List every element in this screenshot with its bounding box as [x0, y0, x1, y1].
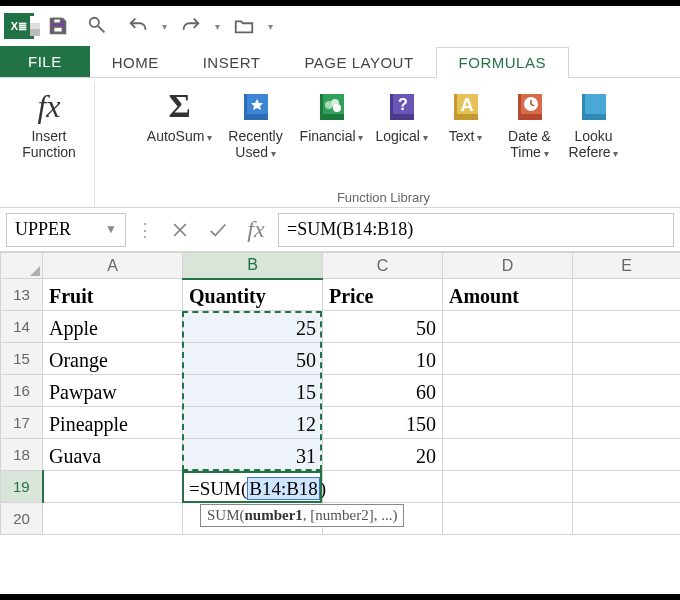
- svg-point-9: [333, 104, 341, 112]
- cell-A18[interactable]: Guava: [43, 439, 183, 471]
- star-book-icon: [236, 86, 276, 126]
- svg-rect-0: [53, 19, 60, 24]
- cell-C18[interactable]: 20: [323, 439, 443, 471]
- insert-function-button[interactable]: fx Insert Function: [12, 84, 86, 162]
- column-headers[interactable]: A B C D E: [1, 253, 681, 279]
- cell-D17[interactable]: [443, 407, 573, 439]
- formulas-tab[interactable]: FORMULAS: [436, 47, 569, 78]
- text-button[interactable]: A Text: [435, 84, 497, 146]
- cell-A13[interactable]: Fruit: [43, 279, 183, 311]
- cell-E14[interactable]: [573, 311, 681, 343]
- recently-used-button[interactable]: Recently Used: [219, 84, 293, 162]
- row-header[interactable]: 20: [1, 503, 43, 535]
- svg-rect-20: [585, 94, 606, 114]
- col-header-B[interactable]: B: [183, 253, 323, 279]
- redo-button[interactable]: [175, 10, 207, 42]
- cell-C19[interactable]: [323, 471, 443, 503]
- svg-text:A: A: [460, 95, 473, 115]
- row-header[interactable]: 17: [1, 407, 43, 439]
- financial-button[interactable]: Financial: [295, 84, 369, 146]
- tooltip-fn: SUM: [207, 507, 240, 523]
- spreadsheet-grid[interactable]: A B C D E 13 Fruit Quantity Price Amount…: [0, 252, 680, 535]
- formula-input[interactable]: [278, 213, 674, 247]
- cell-C15[interactable]: 10: [323, 343, 443, 375]
- cell-C13[interactable]: Price: [323, 279, 443, 311]
- financial-icon: [312, 86, 352, 126]
- text-a-icon: A: [446, 86, 486, 126]
- undo-button[interactable]: [122, 10, 154, 42]
- svg-text:?: ?: [398, 96, 408, 113]
- cell-B13[interactable]: Quantity: [183, 279, 323, 311]
- row-header[interactable]: 13: [1, 279, 43, 311]
- cell-A15[interactable]: Orange: [43, 343, 183, 375]
- sigma-icon: Σ: [160, 86, 200, 126]
- formula-range-ref: B14:B18: [247, 477, 320, 500]
- row-header[interactable]: 15: [1, 343, 43, 375]
- cell-D16[interactable]: [443, 375, 573, 407]
- svg-point-2: [90, 18, 99, 27]
- cell-B14[interactable]: 25: [183, 311, 323, 343]
- row-header[interactable]: 19: [1, 471, 43, 503]
- cell-D20[interactable]: [443, 503, 573, 535]
- cell-D19[interactable]: [443, 471, 573, 503]
- lookup-reference-button[interactable]: Looku Refere: [563, 84, 625, 162]
- cancel-formula-button[interactable]: [164, 214, 196, 246]
- row-header[interactable]: 16: [1, 375, 43, 407]
- ribbon: fx Insert Function Σ AutoSum Recently Us…: [0, 78, 680, 208]
- cell-D18[interactable]: [443, 439, 573, 471]
- row-header[interactable]: 14: [1, 311, 43, 343]
- cell-A19[interactable]: [43, 471, 183, 503]
- col-header-D[interactable]: D: [443, 253, 573, 279]
- select-all-corner[interactable]: [1, 253, 43, 279]
- cell-E19[interactable]: [573, 471, 681, 503]
- col-header-A[interactable]: A: [43, 253, 183, 279]
- cell-D14[interactable]: [443, 311, 573, 343]
- cell-E15[interactable]: [573, 343, 681, 375]
- function-library-label: Function Library: [99, 190, 668, 205]
- fx-icon: fx: [29, 86, 69, 126]
- cell-B17[interactable]: 12: [183, 407, 323, 439]
- cell-E17[interactable]: [573, 407, 681, 439]
- ribbon-tabs: FILE HOME INSERT PAGE LAYOUT FORMULAS: [0, 46, 680, 78]
- page-layout-tab[interactable]: PAGE LAYOUT: [282, 48, 435, 77]
- cell-D13[interactable]: Amount: [443, 279, 573, 311]
- cell-E20[interactable]: [573, 503, 681, 535]
- cell-A20[interactable]: [43, 503, 183, 535]
- logical-button[interactable]: ? Logical: [371, 84, 433, 146]
- fx-button[interactable]: fx: [240, 214, 272, 246]
- col-header-C[interactable]: C: [323, 253, 443, 279]
- home-tab[interactable]: HOME: [90, 48, 181, 77]
- lookup-icon: [574, 86, 614, 126]
- cell-C14[interactable]: 50: [323, 311, 443, 343]
- enter-formula-button[interactable]: [202, 214, 234, 246]
- question-icon: ?: [382, 86, 422, 126]
- cell-E16[interactable]: [573, 375, 681, 407]
- file-tab[interactable]: FILE: [0, 46, 90, 77]
- row-header[interactable]: 18: [1, 439, 43, 471]
- clock-icon: [510, 86, 550, 126]
- cell-E18[interactable]: [573, 439, 681, 471]
- cell-A14[interactable]: Apple: [43, 311, 183, 343]
- autosum-button[interactable]: Σ AutoSum: [143, 84, 217, 146]
- col-header-E[interactable]: E: [573, 253, 681, 279]
- open-button[interactable]: [228, 10, 260, 42]
- cell-B16[interactable]: 15: [183, 375, 323, 407]
- cell-A17[interactable]: Pineapple: [43, 407, 183, 439]
- cell-E13[interactable]: [573, 279, 681, 311]
- cell-B15[interactable]: 50: [183, 343, 323, 375]
- name-box[interactable]: UPPER ▼: [6, 213, 126, 247]
- name-box-value: UPPER: [15, 219, 71, 240]
- cell-C16[interactable]: 60: [323, 375, 443, 407]
- cell-D15[interactable]: [443, 343, 573, 375]
- cell-B19[interactable]: =SUM(B14:B18): [183, 471, 323, 503]
- chevron-down-icon: ▼: [105, 222, 117, 237]
- save-button[interactable]: [42, 10, 74, 42]
- touch-mode-button[interactable]: [82, 10, 114, 42]
- cell-A16[interactable]: Pawpaw: [43, 375, 183, 407]
- function-tooltip: SUM(number1, [number2], ...): [200, 504, 404, 527]
- insert-tab[interactable]: INSERT: [181, 48, 283, 77]
- cell-B18[interactable]: 31: [183, 439, 323, 471]
- expand-namebox-icon[interactable]: ⋮: [132, 219, 158, 241]
- cell-C17[interactable]: 150: [323, 407, 443, 439]
- date-time-button[interactable]: Date & Time: [499, 84, 561, 162]
